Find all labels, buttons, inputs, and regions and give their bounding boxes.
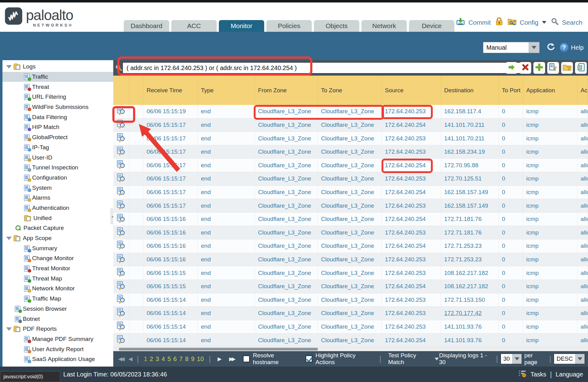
cell-source[interactable]: 172.64.240.253 bbox=[382, 132, 441, 145]
cell-application[interactable]: icmp bbox=[523, 213, 578, 226]
language-button[interactable]: Language bbox=[556, 371, 583, 378]
cell-destination[interactable]: 108.162.217.182 bbox=[441, 280, 499, 293]
tab-monitor[interactable]: Monitor bbox=[219, 20, 264, 32]
sidebar-item-logs[interactable]: Logs bbox=[2, 62, 113, 72]
tab-acc[interactable]: ACC bbox=[171, 20, 217, 32]
log-detail-button[interactable] bbox=[113, 213, 129, 226]
page-number-1[interactable]: 1 bbox=[144, 355, 147, 363]
cell-from-zone[interactable]: Cloudflare_L3_Zone bbox=[255, 266, 318, 280]
cell-source[interactable]: 172.64.240.254 bbox=[382, 334, 441, 347]
cell-to-zone[interactable]: Cloudflare_L3_Zone bbox=[318, 266, 382, 280]
config-caret-icon[interactable] bbox=[542, 21, 546, 24]
sidebar-item-summary[interactable]: Summary bbox=[2, 243, 113, 253]
cell-from-zone[interactable]: Cloudflare_L3_Zone bbox=[255, 199, 318, 212]
cell-to-zone[interactable]: Cloudflare_L3_Zone bbox=[318, 159, 382, 172]
cell-to-zone[interactable]: Cloudflare_L3_Zone bbox=[318, 186, 382, 199]
cell-source[interactable]: 172.64.240.253 bbox=[382, 226, 441, 239]
sidebar-item-hip-match[interactable]: HIP Match bbox=[2, 122, 113, 132]
cell-destination[interactable]: 108.162.217.182 bbox=[441, 266, 499, 280]
expander-icon[interactable] bbox=[6, 237, 12, 240]
cell-application[interactable]: icmp bbox=[523, 145, 578, 159]
log-detail-button[interactable] bbox=[113, 105, 129, 118]
cell-from-zone[interactable]: Cloudflare_L3_Zone bbox=[255, 186, 318, 199]
cell-source[interactable]: 172.64.240.253 bbox=[382, 145, 441, 159]
page-number-5[interactable]: 5 bbox=[167, 355, 171, 363]
cell-to-zone[interactable]: Cloudflare_L3_Zone bbox=[318, 293, 382, 307]
cell-application[interactable]: icmp bbox=[523, 293, 578, 307]
cell-application[interactable]: icmp bbox=[523, 320, 578, 334]
cell-to-zone[interactable]: Cloudflare_L3_Zone bbox=[318, 307, 382, 320]
column-header-to-zone[interactable]: To Zone bbox=[318, 76, 382, 105]
cell-to-port[interactable]: 0 bbox=[499, 213, 523, 226]
resolve-hostname-checkbox[interactable] bbox=[243, 355, 250, 362]
sort-order-select[interactable]: DESC bbox=[554, 354, 585, 364]
cell-source[interactable]: 172.64.240.254 bbox=[382, 118, 441, 132]
sidebar-item-app-scope[interactable]: App Scope bbox=[2, 233, 113, 243]
cell-to-port[interactable]: 0 bbox=[499, 253, 523, 266]
sidebar-item-ip-tag[interactable]: IP-Tag bbox=[2, 143, 113, 153]
sidebar-item-data-filtering[interactable]: Data Filtering bbox=[2, 112, 113, 122]
help-label[interactable]: Help bbox=[571, 44, 584, 51]
page-number-6[interactable]: 6 bbox=[173, 355, 177, 363]
cell-to-port[interactable]: 0 bbox=[499, 334, 523, 347]
cell-application[interactable]: icmp bbox=[523, 239, 578, 253]
cell-action[interactable]: allow bbox=[578, 213, 588, 226]
highlight-policy-actions-checkbox[interactable] bbox=[306, 355, 312, 362]
log-detail-button[interactable] bbox=[113, 253, 129, 266]
cell-to-zone[interactable]: Cloudflare_L3_Zone bbox=[318, 199, 382, 212]
cell-action[interactable]: allow bbox=[578, 199, 588, 212]
cell-source[interactable]: 172.64.240.253 bbox=[382, 253, 441, 266]
cell-to-port[interactable]: 0 bbox=[499, 280, 523, 293]
cell-destination[interactable]: 141.101.93.76 bbox=[441, 320, 499, 334]
cell-to-port[interactable]: 0 bbox=[499, 226, 523, 239]
column-header-destination[interactable]: Destination bbox=[441, 76, 499, 105]
cell-to-port[interactable]: 0 bbox=[499, 239, 523, 253]
cell-application[interactable]: icmp bbox=[523, 159, 578, 172]
sidebar-item-alarms[interactable]: Alarms bbox=[2, 193, 113, 203]
cell-source[interactable]: 172.64.240.253 bbox=[382, 320, 441, 334]
sidebar-item-wildfire-submissions[interactable]: WildFire Submissions bbox=[2, 102, 113, 112]
test-policy-match-button[interactable]: Test Policy Match bbox=[388, 352, 439, 366]
cell-action[interactable]: allow bbox=[578, 320, 588, 334]
cell-to-port[interactable]: 0 bbox=[499, 199, 523, 212]
log-detail-button[interactable] bbox=[113, 280, 129, 293]
config-button[interactable]: Config bbox=[520, 19, 539, 26]
cell-from-zone[interactable]: Cloudflare_L3_Zone bbox=[255, 159, 318, 172]
cell-to-port[interactable]: 0 bbox=[499, 145, 523, 159]
cell-from-zone[interactable]: Cloudflare_L3_Zone bbox=[255, 118, 318, 132]
cell-application[interactable]: icmp bbox=[523, 307, 578, 320]
cell-from-zone[interactable]: Cloudflare_L3_Zone bbox=[255, 280, 318, 293]
load-filter-button[interactable] bbox=[561, 62, 573, 74]
log-detail-button[interactable] bbox=[113, 334, 129, 347]
sidebar-item-packet-capture[interactable]: Packet Capture bbox=[2, 223, 113, 233]
next-page-button[interactable]: ▶ bbox=[218, 356, 222, 362]
cell-from-zone[interactable]: Cloudflare_L3_Zone bbox=[255, 172, 318, 185]
cell-destination[interactable]: 141.101.70.211 bbox=[441, 118, 499, 132]
cell-application[interactable]: icmp bbox=[523, 105, 578, 118]
cell-action[interactable]: allow bbox=[578, 293, 588, 307]
cell-to-port[interactable]: 0 bbox=[499, 118, 523, 132]
cell-destination[interactable]: 172.71.181.76 bbox=[441, 226, 499, 239]
per-page-select[interactable]: 30 bbox=[501, 354, 522, 364]
cell-source[interactable]: 172.64.240.253 bbox=[382, 266, 441, 280]
cell-destination[interactable]: 172.71.153.150 bbox=[441, 293, 499, 307]
page-number-8[interactable]: 8 bbox=[185, 355, 189, 363]
cell-application[interactable]: icmp bbox=[523, 172, 578, 185]
cell-application[interactable]: icmp bbox=[523, 186, 578, 199]
export-button[interactable] bbox=[575, 62, 587, 74]
tab-network[interactable]: Network bbox=[361, 20, 407, 32]
page-number-2[interactable]: 2 bbox=[150, 355, 153, 363]
cell-to-zone[interactable]: Cloudflare_L3_Zone bbox=[318, 253, 382, 266]
cell-application[interactable]: icmp bbox=[523, 280, 578, 293]
cell-to-zone[interactable]: Cloudflare_L3_Zone bbox=[318, 320, 382, 334]
cell-to-port[interactable]: 0 bbox=[499, 266, 523, 280]
cell-to-zone[interactable]: Cloudflare_L3_Zone bbox=[318, 118, 382, 132]
cell-to-zone[interactable]: Cloudflare_L3_Zone bbox=[318, 105, 382, 118]
sidebar-item-threat-monitor[interactable]: Threat Monitor bbox=[2, 264, 113, 274]
column-header-type[interactable]: Type bbox=[198, 76, 255, 105]
apply-filter-button[interactable] bbox=[506, 62, 517, 74]
cell-destination[interactable]: 162.158.117.4 bbox=[441, 105, 499, 118]
cell-action[interactable]: allow bbox=[578, 253, 588, 266]
sidebar-item-session-browser[interactable]: Session Browser bbox=[2, 304, 113, 314]
search-button[interactable]: Search bbox=[562, 19, 582, 26]
